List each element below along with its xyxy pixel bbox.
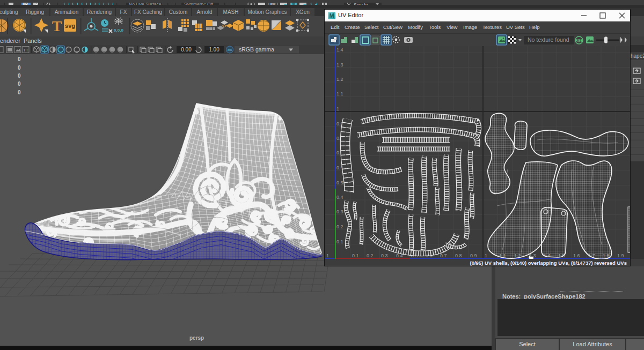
- svg-text:1: 1: [326, 253, 329, 258]
- svg-text:0.3: 0.3: [381, 253, 388, 258]
- svg-text:No texture found: No texture found: [528, 36, 569, 43]
- svg-text:1.3: 1.3: [336, 62, 343, 68]
- svg-text:0.4: 0.4: [336, 195, 343, 200]
- svg-text:T: T: [52, 18, 62, 34]
- svg-text:IPR: IPR: [269, 3, 276, 5]
- svg-text:TT: TT: [23, 48, 28, 53]
- svg-text:0.2: 0.2: [367, 253, 374, 258]
- svg-text:svg: svg: [65, 23, 75, 29]
- svg-text:sRGB gamma: sRGB gamma: [239, 46, 274, 53]
- svg-text:No Live Surface: No Live Surface: [129, 3, 162, 5]
- svg-text:0.1: 0.1: [336, 239, 343, 244]
- svg-text:cm: cm: [228, 48, 232, 51]
- svg-text:0.00: 0.00: [181, 47, 192, 53]
- svg-text:1.2: 1.2: [336, 77, 343, 82]
- svg-text:1.9: 1.9: [617, 253, 624, 258]
- svg-text:0.9: 0.9: [470, 253, 477, 258]
- svg-text:0.2: 0.2: [336, 224, 343, 229]
- svg-text:0.8: 0.8: [455, 253, 462, 258]
- svg-text:1.4: 1.4: [336, 47, 343, 53]
- svg-text:0.1: 0.1: [352, 253, 359, 258]
- svg-text:RGB: RGB: [575, 39, 583, 42]
- svg-text:1: 1: [336, 106, 339, 111]
- svg-text:1.1: 1.1: [336, 91, 343, 96]
- svg-text:0.5: 0.5: [336, 180, 343, 185]
- svg-text:0.7: 0.7: [440, 253, 447, 258]
- svg-text:1.6: 1.6: [573, 253, 580, 258]
- svg-text:0.3: 0.3: [336, 209, 343, 214]
- svg-text:M: M: [329, 12, 334, 19]
- svg-text:0,0,0: 0,0,0: [114, 28, 123, 33]
- svg-text:1: 1: [485, 253, 487, 258]
- svg-text:Symmetry: Off: Symmetry: Off: [184, 3, 214, 5]
- svg-text:Sign In: Sign In: [354, 3, 368, 5]
- svg-text:1.00: 1.00: [209, 47, 219, 53]
